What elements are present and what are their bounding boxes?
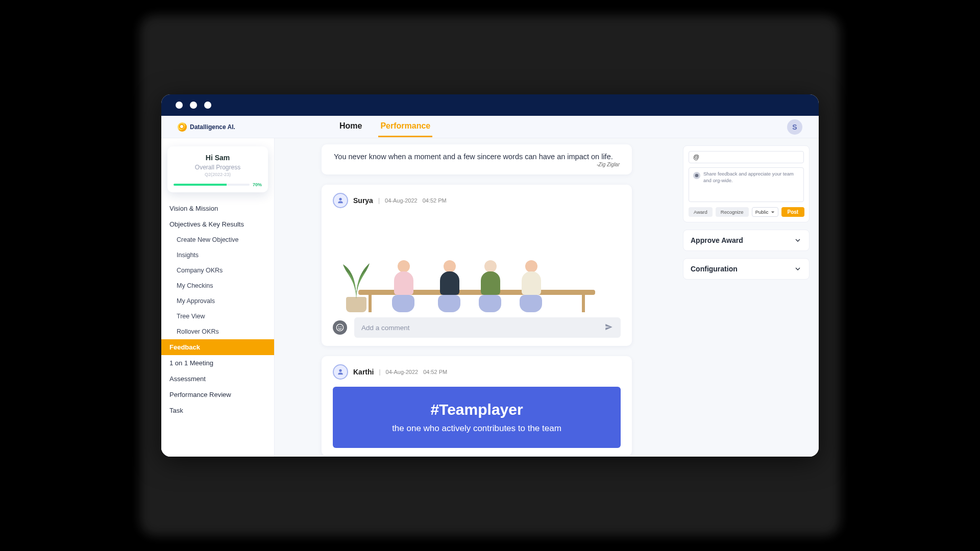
top-tabs: Home Performance	[337, 116, 432, 137]
quote-author: -Zig Ziglar	[334, 162, 620, 167]
chevron-down-icon	[794, 265, 802, 273]
nav-assessment[interactable]: Assessment	[161, 371, 274, 387]
mention-input[interactable]: @	[689, 151, 804, 163]
greeting-subtitle: Overall Progress	[174, 164, 262, 171]
svg-point-2	[340, 327, 341, 328]
window-control[interactable]	[176, 102, 183, 109]
feed: You never know when a moment and a few s…	[275, 138, 683, 457]
comment-placeholder: Add a comment	[361, 324, 410, 332]
comment-input[interactable]: Add a comment	[354, 317, 621, 338]
nav-okr[interactable]: Objectives & Key Results	[161, 216, 274, 232]
window-control[interactable]	[204, 102, 211, 109]
banner-description: the one who actively contributes to the …	[392, 423, 561, 434]
progress-fill	[174, 184, 227, 186]
visibility-select[interactable]: Public	[752, 207, 778, 217]
post-card: Karthi | 04-Aug-2022 04:52 PM #Teamplaye…	[322, 356, 632, 456]
accordion-label: Configuration	[691, 265, 738, 273]
nav-my-approvals[interactable]: My Approvals	[161, 293, 274, 309]
nav-feedback[interactable]: Feedback	[161, 339, 274, 355]
svg-point-3	[695, 174, 699, 178]
sidebar-nav: Vision & Mission Objectives & Key Result…	[161, 199, 274, 429]
user-avatar-icon	[333, 364, 348, 380]
send-icon[interactable]	[604, 322, 614, 333]
banner-title: #Teamplayer	[430, 401, 523, 418]
chevron-down-icon	[771, 210, 775, 214]
smiley-icon	[693, 172, 700, 179]
award-chip[interactable]: Award	[689, 207, 713, 217]
right-panel: @ Share feedback and appreciate your tea…	[683, 138, 819, 457]
emoji-picker-icon[interactable]	[333, 320, 347, 335]
progress-bar	[174, 184, 250, 186]
feedback-textarea[interactable]: Share feedback and appreciate your team …	[689, 167, 804, 202]
post-author: Surya	[353, 196, 373, 205]
greeting-period: Q2(2022-23)	[174, 172, 262, 177]
nav-create-objective[interactable]: Create New Objective	[161, 232, 274, 247]
configuration-accordion[interactable]: Configuration	[683, 258, 810, 280]
nav-performance-review[interactable]: Performance Review	[161, 387, 274, 403]
teamplayer-banner: #Teamplayer the one who actively contrib…	[333, 387, 621, 448]
nav-1on1[interactable]: 1 on 1 Meeting	[161, 355, 274, 371]
post-button[interactable]: Post	[781, 207, 805, 217]
topbar: Datalligence AI. Home Performance S	[161, 116, 819, 138]
nav-tree-view[interactable]: Tree View	[161, 309, 274, 324]
post-author: Karthi	[353, 368, 374, 376]
greeting-title: Hi Sam	[174, 154, 262, 162]
chevron-down-icon	[794, 236, 802, 244]
nav-vision-mission[interactable]: Vision & Mission	[161, 201, 274, 216]
brand: Datalligence AI.	[178, 122, 235, 132]
feedback-placeholder: Share feedback and appreciate your team …	[703, 171, 799, 198]
nav-company-okrs[interactable]: Company OKRs	[161, 263, 274, 278]
svg-point-1	[338, 327, 339, 328]
brand-name: Datalligence AI.	[190, 123, 235, 131]
plant-icon	[346, 297, 366, 312]
post-time: 04:52 PM	[423, 369, 447, 375]
svg-point-0	[336, 324, 343, 331]
quote-card: You never know when a moment and a few s…	[322, 144, 632, 174]
quote-text: You never know when a moment and a few s…	[334, 153, 620, 161]
separator: |	[378, 197, 380, 204]
compose-card: @ Share feedback and appreciate your tea…	[683, 145, 810, 222]
approve-award-accordion[interactable]: Approve Award	[683, 230, 810, 251]
nav-my-checkins[interactable]: My Checkins	[161, 278, 274, 293]
user-avatar-icon	[333, 193, 348, 208]
tab-home[interactable]: Home	[337, 116, 364, 137]
post-date: 04-Aug-2022	[385, 197, 418, 204]
sidebar: Hi Sam Overall Progress Q2(2022-23) 70% …	[161, 138, 275, 457]
window-titlebar	[161, 94, 819, 116]
post-card: Surya | 04-Aug-2022 04:52 PM	[322, 185, 632, 346]
window-control[interactable]	[190, 102, 197, 109]
recognize-chip[interactable]: Recognize	[716, 207, 749, 217]
post-date: 04-Aug-2022	[386, 369, 419, 375]
visibility-label: Public	[755, 209, 769, 215]
tab-performance[interactable]: Performance	[378, 116, 432, 137]
post-time: 04:52 PM	[423, 197, 447, 204]
greeting-card: Hi Sam Overall Progress Q2(2022-23) 70%	[167, 146, 268, 192]
app-window: Datalligence AI. Home Performance S Hi S…	[161, 94, 819, 457]
progress-percent: 70%	[253, 182, 262, 187]
user-avatar[interactable]: S	[787, 119, 802, 135]
nav-rollover-okrs[interactable]: Rollover OKRs	[161, 324, 274, 339]
post-illustration	[333, 215, 621, 312]
accordion-label: Approve Award	[691, 236, 743, 244]
nav-task[interactable]: Task	[161, 403, 274, 418]
separator: |	[379, 368, 380, 375]
nav-insights[interactable]: Insights	[161, 247, 274, 263]
brand-logo-icon	[178, 122, 187, 132]
